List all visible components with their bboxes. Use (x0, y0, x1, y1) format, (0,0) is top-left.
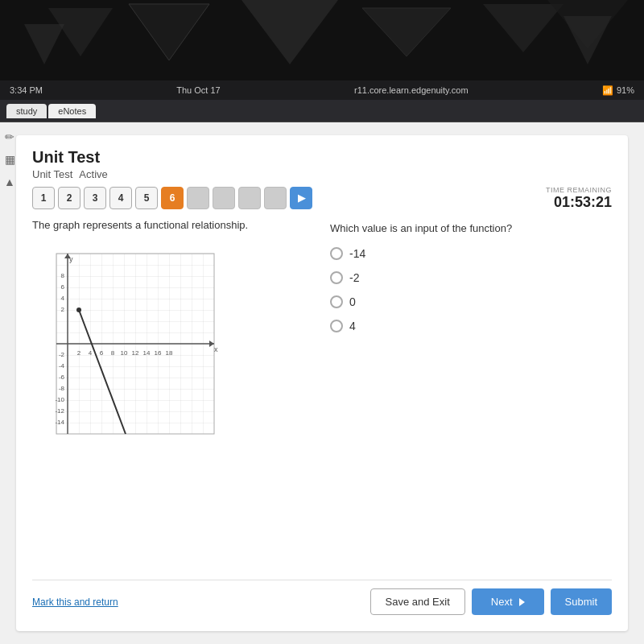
time-remaining-container: TIME REMAINING 01:53:21 (546, 186, 612, 211)
option-4[interactable]: 4 (330, 320, 612, 332)
svg-text:y: y (69, 255, 73, 263)
question-btn-next-arrow[interactable]: ▶ (290, 187, 312, 209)
top-decoration (0, 0, 644, 80)
svg-point-37 (76, 308, 81, 312)
question-btn-3[interactable]: 3 (84, 187, 106, 209)
action-buttons: Save and Exit Next Submit (370, 588, 612, 615)
calculator-icon[interactable]: ▦ (2, 151, 18, 167)
time-remaining-label: TIME REMAINING (546, 186, 612, 194)
test-card: Unit Test Unit Test Active 1 2 3 4 5 6 ▶… (16, 135, 628, 631)
question-body: The graph represents a functional relati… (32, 219, 612, 573)
subtitle-label: Unit Test (32, 168, 72, 180)
svg-text:-12: -12 (55, 407, 64, 415)
tab-bar: study eNotes (0, 100, 644, 122)
question-btn-7 (187, 187, 209, 209)
main-content: ✏ ▦ ▲ Unit Test Unit Test Active 1 2 3 4… (0, 122, 644, 644)
svg-text:2: 2 (61, 306, 65, 313)
svg-text:-6: -6 (59, 374, 65, 381)
graph-container: 2 4 6 8 10 12 14 16 18 x 8 6 4 (32, 237, 225, 463)
tab-enotes[interactable]: eNotes (48, 104, 96, 118)
svg-text:x: x (214, 345, 218, 353)
svg-text:6: 6 (61, 283, 65, 291)
svg-text:18: 18 (166, 349, 173, 357)
status-battery: 📶 91% (602, 85, 634, 96)
option-1-text: -14 (349, 247, 365, 260)
graph-section: The graph represents a functional relati… (32, 219, 314, 573)
question-btn-1[interactable]: 1 (32, 187, 55, 209)
svg-text:10: 10 (121, 349, 128, 357)
answer-prompt: Which value is an input of the function? (330, 222, 612, 234)
next-label: Next (491, 596, 513, 608)
svg-text:12: 12 (132, 349, 139, 357)
svg-text:-2: -2 (59, 351, 65, 358)
submit-button[interactable]: Submit (551, 588, 612, 615)
radio-3[interactable] (330, 295, 343, 308)
answer-section: Which value is an input of the function?… (330, 219, 612, 573)
svg-text:14: 14 (143, 349, 151, 357)
bottom-bar: Mark this and return Save and Exit Next … (32, 580, 612, 618)
tab-study[interactable]: study (6, 104, 47, 118)
question-nav: 1 2 3 4 5 6 ▶ TIME REMAINING 01:53:21 (32, 187, 612, 209)
status-badge: Active (79, 168, 107, 180)
graph-prompt: The graph represents a functional relati… (32, 219, 314, 231)
question-btn-6[interactable]: 6 (161, 187, 184, 209)
question-btn-4[interactable]: 4 (109, 187, 132, 209)
svg-text:-8: -8 (59, 385, 65, 392)
wifi-icon: 📶 (602, 85, 613, 96)
time-remaining-value: 01:53:21 (546, 194, 612, 211)
question-btn-5[interactable]: 5 (135, 187, 158, 209)
pencil-icon[interactable]: ✏ (2, 129, 18, 145)
svg-text:8: 8 (61, 272, 65, 279)
left-sidebar: ✏ ▦ ▲ (0, 122, 19, 196)
option-3[interactable]: 0 (330, 295, 612, 308)
svg-text:-14: -14 (55, 419, 64, 426)
svg-text:-10: -10 (55, 396, 64, 403)
status-day: Thu Oct 17 (176, 85, 220, 95)
svg-text:4: 4 (61, 295, 65, 302)
card-subtitle: Unit Test Active (32, 168, 612, 180)
svg-text:16: 16 (155, 349, 162, 357)
question-btn-9 (238, 187, 261, 209)
svg-text:2: 2 (77, 349, 81, 357)
status-time: 3:34 PM (10, 85, 43, 95)
mark-return-link[interactable]: Mark this and return (32, 597, 118, 608)
radio-2[interactable] (330, 271, 343, 284)
next-button[interactable]: Next (472, 588, 544, 615)
question-btn-2[interactable]: 2 (58, 187, 80, 209)
arrow-up-icon[interactable]: ▲ (2, 174, 18, 190)
option-3-text: 0 (349, 295, 356, 308)
chevron-right-icon (519, 598, 525, 606)
status-url: r11.core.learn.edgenuity.com (354, 85, 469, 95)
save-exit-button[interactable]: Save and Exit (370, 588, 465, 615)
radio-1[interactable] (330, 247, 343, 260)
question-btn-10 (264, 187, 287, 209)
svg-text:6: 6 (100, 349, 104, 357)
svg-text:4: 4 (89, 349, 93, 357)
option-2-text: -2 (349, 271, 359, 284)
option-2[interactable]: -2 (330, 271, 612, 284)
page-title: Unit Test (32, 148, 612, 167)
question-btn-8 (213, 187, 235, 209)
radio-4[interactable] (330, 320, 343, 332)
svg-text:8: 8 (111, 349, 115, 357)
option-4-text: 4 (349, 320, 356, 332)
svg-text:-4: -4 (59, 362, 65, 369)
coordinate-graph: 2 4 6 8 10 12 14 16 18 x 8 6 4 (32, 237, 225, 463)
option-1[interactable]: -14 (330, 247, 612, 260)
status-bar: 3:34 PM Thu Oct 17 r11.core.learn.edgenu… (0, 80, 644, 100)
card-header: Unit Test Unit Test Active (32, 148, 612, 180)
